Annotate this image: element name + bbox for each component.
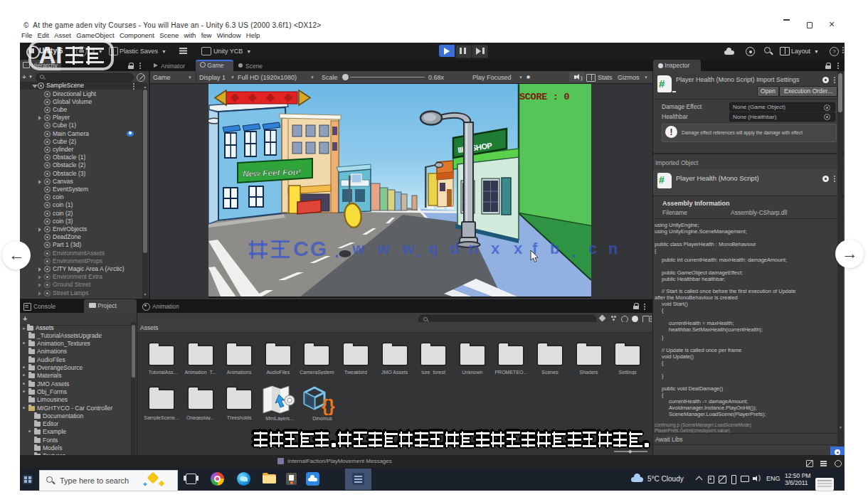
svg-text:{}: {} [322, 396, 335, 415]
svg-text:New Feet Fou!: New Feet Fou! [243, 167, 301, 179]
svg-text:SCORE : 0: SCORE : 0 [519, 92, 569, 102]
